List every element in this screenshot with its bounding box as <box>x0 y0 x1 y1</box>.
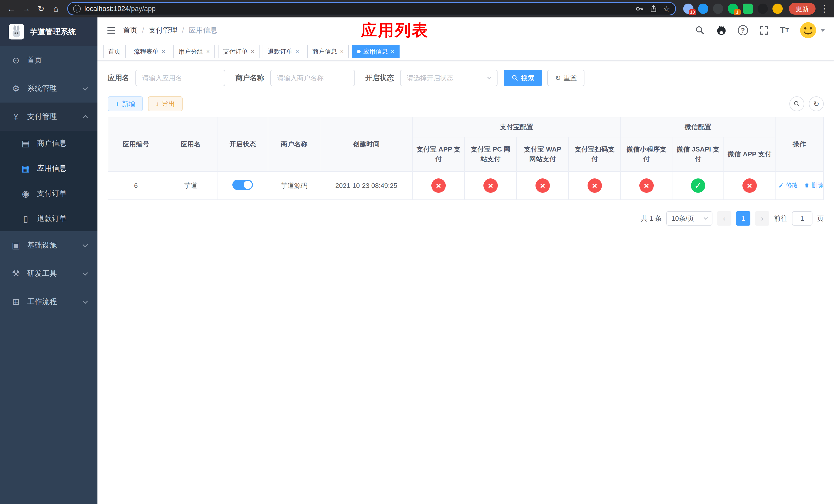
sidebar-item-pay-order[interactable]: ◉ 支付订单 <box>0 181 97 206</box>
breadcrumb-home[interactable]: 首页 <box>123 25 137 35</box>
github-icon[interactable] <box>716 25 727 36</box>
sidebar-item-workflow[interactable]: ⊞ 工作流程 <box>0 288 97 316</box>
table-row: 6 芋道 芋道源码 2021-10-23 08:49:25 × × × × × … <box>108 171 824 200</box>
col-alipay-qr: 支付宝扫码支付 <box>569 137 621 171</box>
col-merchant: 商户名称 <box>268 117 320 171</box>
browser-menu-icon[interactable]: ⋮ <box>819 3 829 14</box>
extension-icon-5[interactable] <box>743 4 753 14</box>
col-app-name: 应用名 <box>164 117 217 171</box>
search-icon <box>793 100 800 108</box>
site-info-icon[interactable]: i <box>73 5 81 13</box>
search-icon[interactable] <box>695 25 705 36</box>
sidebar-item-system[interactable]: ⚙ 系统管理 <box>0 74 97 102</box>
credit-card-icon: ▤ <box>21 138 31 148</box>
bookmark-star-icon[interactable]: ☆ <box>663 4 670 13</box>
forward-icon[interactable]: → <box>20 2 33 15</box>
url-text: localhost:1024/pay/app <box>84 5 156 13</box>
delete-button[interactable]: 删除 <box>804 181 824 189</box>
merchant-name-label: 商户名称 <box>236 73 264 83</box>
wx-jsapi-status-icon: ✓ <box>691 178 705 193</box>
hamburger-icon[interactable] <box>106 25 116 36</box>
help-icon[interactable]: ? <box>738 25 748 36</box>
close-icon[interactable]: × <box>295 48 299 55</box>
fullscreen-icon[interactable] <box>759 25 769 36</box>
col-alipay-pc: 支付宝 PC 网站支付 <box>464 137 517 171</box>
goto-page-input[interactable] <box>792 211 812 226</box>
tab-pay-order[interactable]: 支付订单× <box>218 45 260 58</box>
status-select[interactable]: 请选择开启状态 <box>400 70 498 86</box>
sidebar-item-devtools[interactable]: ⚒ 研发工具 <box>0 259 97 288</box>
reload-icon[interactable]: ↻ <box>35 2 48 15</box>
col-operations: 操作 <box>775 117 824 171</box>
server-icon: ▣ <box>11 240 21 250</box>
add-button[interactable]: + 新增 <box>108 96 143 111</box>
page-size-select[interactable]: 10条/页 <box>666 211 712 226</box>
tools-icon: ⚒ <box>11 269 21 279</box>
tab-merchant-info[interactable]: 商户信息× <box>307 45 349 58</box>
next-page-button[interactable]: › <box>755 211 769 226</box>
app-name-input[interactable] <box>135 70 225 86</box>
plus-icon: + <box>115 100 119 108</box>
extension-icon-3[interactable] <box>713 4 723 14</box>
status-label: 开启状态 <box>365 73 394 83</box>
trash-icon <box>804 183 810 188</box>
app-table: 应用编号 应用名 开启状态 商户名称 创建时间 支付宝配置 微信配置 操作 支付… <box>108 117 824 200</box>
breadcrumb-pay[interactable]: 支付管理 <box>149 25 177 35</box>
close-icon[interactable]: × <box>251 48 255 55</box>
group-alipay-config: 支付宝配置 <box>412 117 621 137</box>
tab-flow-form[interactable]: 流程表单× <box>129 45 170 58</box>
wx-mini-status-icon: × <box>639 178 654 193</box>
sidebar-item-merchant-info[interactable]: ▤ 商户信息 <box>0 131 97 156</box>
chrome-update-button[interactable]: 更新 <box>789 3 815 15</box>
share-icon[interactable] <box>649 5 658 13</box>
extension-icon-1[interactable]: 10 <box>683 4 694 14</box>
status-toggle[interactable] <box>232 180 253 190</box>
sidebar-item-infra[interactable]: ▣ 基础设施 <box>0 231 97 259</box>
export-button[interactable]: ↓ 导出 <box>148 96 182 111</box>
col-alipay-app: 支付宝 APP 支付 <box>412 137 464 171</box>
back-icon[interactable]: ← <box>5 2 18 15</box>
refresh-table-button[interactable]: ↻ <box>809 96 824 111</box>
close-icon[interactable]: × <box>206 48 210 55</box>
sidebar-item-app-info[interactable]: ▦ 应用信息 <box>0 156 97 181</box>
pencil-icon <box>778 183 784 188</box>
page-title-annotation: 应用列表 <box>361 20 429 41</box>
extension-icon-7[interactable] <box>772 4 783 14</box>
toggle-search-button[interactable] <box>789 96 804 111</box>
wx-app-status-icon: × <box>743 178 757 193</box>
edit-button[interactable]: 修改 <box>778 181 798 189</box>
close-icon[interactable]: × <box>340 48 344 55</box>
col-wx-app: 微信 APP 支付 <box>724 137 775 171</box>
merchant-name-input[interactable] <box>270 70 355 86</box>
search-button[interactable]: 搜索 <box>504 70 542 86</box>
app-name-label: 应用名 <box>108 73 129 83</box>
table-toolbar: + 新增 ↓ 导出 ↻ <box>108 96 824 111</box>
tab-app-info[interactable]: 应用信息× <box>352 45 399 58</box>
password-key-icon[interactable] <box>635 4 644 13</box>
reset-button[interactable]: ↻ 重置 <box>547 70 585 86</box>
sidebar-item-pay[interactable]: ¥ 支付管理 <box>0 102 97 131</box>
alipay-wap-status-icon: × <box>535 178 550 193</box>
grid-icon: ▦ <box>21 163 31 174</box>
sidebar-logo[interactable]: 芋道管理系统 <box>0 18 97 46</box>
tab-refund-order[interactable]: 退款订单× <box>263 45 304 58</box>
tab-user-group[interactable]: 用户分组× <box>173 45 215 58</box>
tab-home[interactable]: 首页 <box>103 45 126 58</box>
sidebar-item-home[interactable]: ⊙ 首页 <box>0 46 97 74</box>
extension-icon-4[interactable]: 1 <box>728 4 738 14</box>
page-1-button[interactable]: 1 <box>736 211 750 226</box>
font-size-icon[interactable]: TT <box>780 25 789 36</box>
home-icon[interactable]: ⌂ <box>49 2 63 15</box>
prev-page-button[interactable]: ‹ <box>717 211 731 226</box>
col-wx-jsapi: 微信 JSAPI 支付 <box>672 137 724 171</box>
close-icon[interactable]: × <box>391 48 394 55</box>
cell-created: 2021-10-23 08:49:25 <box>320 171 412 200</box>
extension-icon-6[interactable] <box>758 4 768 14</box>
address-bar[interactable]: i localhost:1024/pay/app ☆ <box>67 2 676 15</box>
col-status: 开启状态 <box>217 117 268 171</box>
sidebar-item-refund-order[interactable]: ▯ 退款订单 <box>0 206 97 231</box>
browser-toolbar: ← → ↻ ⌂ i localhost:1024/pay/app ☆ 10 1 <box>0 0 834 18</box>
close-icon[interactable]: × <box>161 48 165 55</box>
user-menu[interactable] <box>799 22 825 39</box>
extension-icon-2[interactable] <box>698 4 708 14</box>
